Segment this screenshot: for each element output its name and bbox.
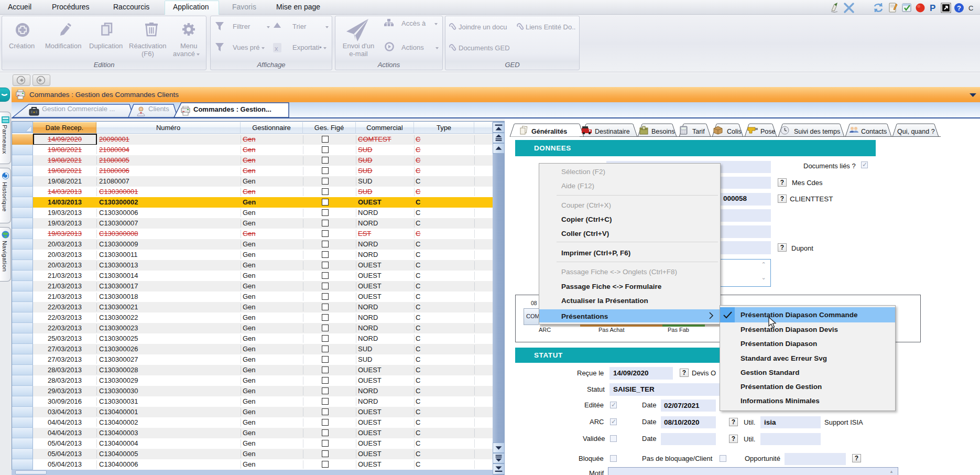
- svg-text:C: C: [968, 4, 973, 12]
- svg-text:P: P: [930, 3, 935, 13]
- svg-text:?: ?: [957, 4, 961, 12]
- svg-text:x: x: [275, 45, 278, 52]
